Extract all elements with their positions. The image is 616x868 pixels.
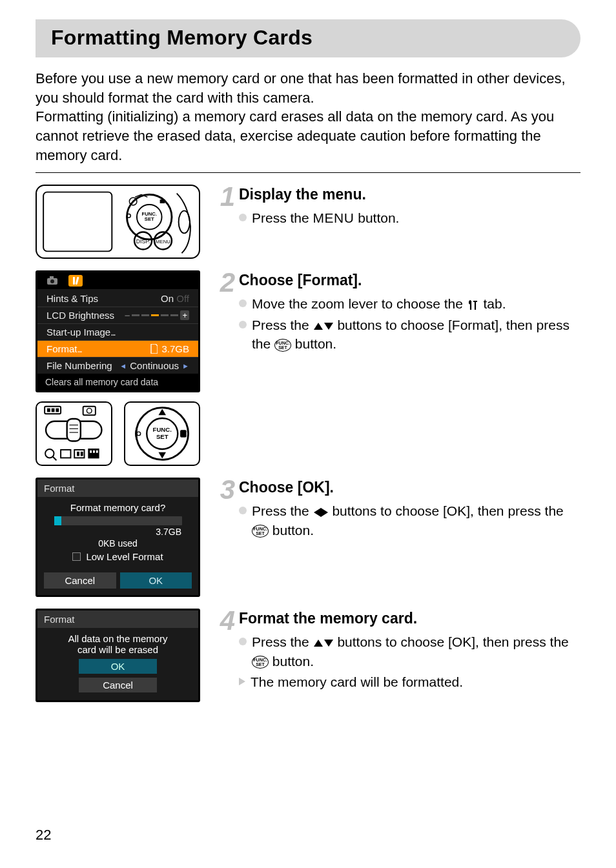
brightness-slider: − +: [125, 310, 189, 321]
warning-line-1: All data on the memory: [45, 633, 190, 644]
result-triangle-icon: [239, 678, 245, 685]
dpad-illustration: FUNC. SET: [124, 401, 201, 466]
svg-rect-20: [83, 407, 96, 415]
func-set-icon: FUNC.SET: [274, 339, 291, 352]
svg-rect-29: [61, 450, 70, 458]
svg-marker-41: [158, 409, 166, 416]
zoom-lever-illustration: [36, 401, 112, 466]
svg-point-44: [136, 432, 140, 436]
low-level-checkbox: [72, 552, 81, 561]
format-confirm-dialog: Format Format memory card? 3.7GB 0KB use…: [36, 478, 200, 597]
step-number: 4: [213, 609, 235, 633]
bullet-icon: [239, 214, 247, 221]
intro-paragraph: Before you use a new memory card or one …: [36, 69, 580, 165]
left-right-arrows-icon: [314, 508, 328, 517]
svg-rect-19: [56, 409, 59, 412]
bullet-icon: [239, 299, 247, 307]
result-line: The memory card will be formatted.: [239, 672, 580, 691]
page-number: 22: [36, 827, 51, 843]
instruction-line: Press the buttons to choose [OK], then p…: [239, 501, 580, 540]
svg-rect-34: [90, 450, 92, 453]
svg-marker-42: [158, 452, 166, 459]
svg-text:SET: SET: [156, 433, 168, 440]
svg-text:MENU: MENU: [156, 239, 170, 245]
dialog-question: Format memory card?: [45, 502, 190, 513]
instruction-line: Press the buttons to choose [Format], th…: [239, 316, 580, 354]
bullet-icon: [239, 321, 247, 328]
menu-row-hints: Hints & Tips On Off: [37, 290, 198, 307]
svg-rect-12: [160, 200, 165, 204]
svg-point-9: [179, 211, 190, 234]
separator: [36, 172, 580, 173]
warning-line-2: card will be erased: [45, 644, 190, 655]
func-set-icon: FUNC.SET: [252, 525, 269, 538]
bullet-icon: [239, 507, 247, 514]
svg-rect-18: [52, 409, 55, 412]
cancel-button: Cancel: [79, 678, 158, 692]
instruction-line: Move the zoom lever to choose the tab.: [239, 294, 580, 313]
svg-text:FUNC.: FUNC.: [152, 427, 171, 434]
svg-rect-35: [93, 450, 95, 453]
svg-point-27: [45, 449, 54, 458]
step-number: 3: [213, 478, 235, 502]
svg-rect-43: [180, 430, 187, 438]
menu-row-filenum: File Numbering ◄ Continuous ►: [37, 358, 198, 374]
instruction-line: Press the buttons to choose [OK], then p…: [239, 632, 580, 671]
svg-text:SET: SET: [145, 216, 154, 222]
ok-button: OK: [79, 659, 158, 674]
capacity-bar: [54, 516, 182, 525]
bullet-icon: [239, 638, 247, 645]
svg-point-21: [87, 409, 92, 414]
svg-rect-14: [50, 276, 54, 279]
dialog-title: Format: [37, 611, 198, 628]
step-number: 1: [213, 185, 235, 209]
cancel-button: Cancel: [44, 572, 116, 589]
dialog-title: Format: [37, 479, 198, 497]
sd-card-icon: [150, 344, 158, 354]
menu-footer-hint: Clears all memory card data: [37, 374, 198, 390]
svg-rect-32: [81, 452, 83, 456]
step-title: Choose [OK].: [239, 479, 580, 496]
used-label: 0KB used: [45, 538, 190, 549]
menu-row-format: Format... 3.7GB: [37, 341, 198, 358]
step-title: Choose [Format].: [239, 272, 580, 289]
menu-row-brightness: LCD Brightness − +: [37, 307, 198, 324]
svg-rect-17: [47, 409, 50, 412]
menu-row-startup: Start-up Image...: [37, 324, 198, 341]
capacity-label: 3.7GB: [45, 527, 190, 537]
up-down-arrows-icon: [314, 323, 333, 330]
svg-rect-23: [67, 419, 81, 441]
instruction-line: Press the MENU button.: [239, 208, 580, 227]
tools-tab-icon: [68, 275, 83, 287]
svg-rect-0: [43, 192, 112, 252]
svg-rect-33: [88, 449, 99, 458]
step-number: 2: [213, 270, 235, 295]
func-set-icon: FUNC.SET: [252, 656, 269, 669]
svg-text:DISP.: DISP.: [136, 238, 150, 245]
camera-back-illustration: FUNC. SET DISP. MENU: [36, 185, 200, 259]
menu-button-label: MENU: [313, 210, 354, 225]
ok-button: OK: [120, 572, 192, 589]
format-warning-dialog: Format All data on the memory card will …: [36, 609, 200, 702]
section-title: Formatting Memory Cards: [51, 26, 568, 50]
camera-tab-icon: [45, 275, 59, 287]
svg-rect-36: [96, 450, 98, 453]
settings-menu-screenshot: Hints & Tips On Off LCD Brightness − +: [36, 270, 200, 392]
step-title: Format the memory card.: [239, 610, 580, 627]
section-title-bar: Formatting Memory Cards: [36, 19, 580, 57]
tools-tab-inline-icon: [467, 299, 479, 311]
svg-point-15: [50, 279, 54, 283]
svg-rect-31: [77, 452, 79, 456]
step-title: Display the menu.: [239, 186, 580, 203]
low-level-label: Low Level Format: [86, 551, 163, 562]
menu-tab-bar: [37, 272, 198, 289]
up-down-arrows-icon: [314, 640, 333, 647]
svg-line-28: [53, 457, 57, 461]
